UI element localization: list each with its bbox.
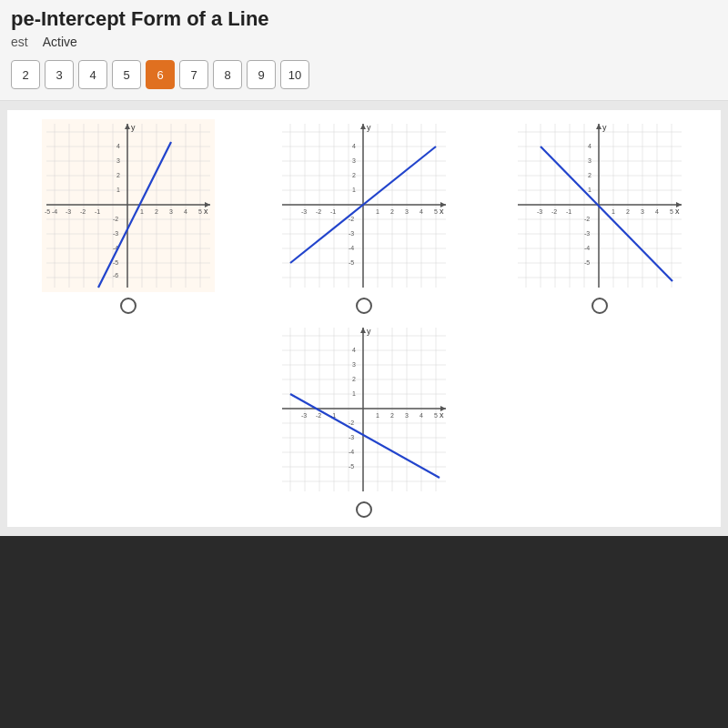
svg-text:2: 2 bbox=[626, 208, 630, 215]
graph-svg-3: y x -3 -2 -1 1 2 3 4 5 4 3 2 1 - bbox=[513, 119, 686, 292]
svg-text:-3: -3 bbox=[349, 434, 354, 440]
graph-wrapper-2: y x -3 -2 -1 1 2 3 4 5 4 3 2 1 - bbox=[278, 119, 450, 292]
nav-btn-8[interactable]: 8 bbox=[213, 60, 242, 89]
svg-rect-0 bbox=[42, 119, 215, 292]
graph-svg-4: y x -3 -2 -1 1 2 3 4 5 4 3 2 1 - bbox=[278, 323, 450, 496]
svg-text:-3: -3 bbox=[113, 230, 118, 237]
svg-rect-49 bbox=[278, 119, 450, 292]
svg-text:2: 2 bbox=[588, 172, 592, 178]
status-badge: Active bbox=[43, 35, 77, 49]
svg-text:-5: -5 bbox=[349, 259, 354, 266]
svg-text:-3: -3 bbox=[301, 412, 307, 419]
svg-text:1: 1 bbox=[588, 187, 592, 193]
svg-text:-5: -5 bbox=[113, 259, 118, 266]
nav-btn-5[interactable]: 5 bbox=[112, 60, 141, 89]
svg-text:-3: -3 bbox=[301, 208, 307, 215]
svg-text:-1: -1 bbox=[566, 208, 571, 215]
svg-text:3: 3 bbox=[588, 157, 592, 164]
svg-text:4: 4 bbox=[588, 143, 592, 149]
radio-btn-1[interactable] bbox=[120, 298, 136, 314]
svg-text:-3: -3 bbox=[349, 230, 354, 237]
svg-text:-3: -3 bbox=[584, 230, 590, 237]
svg-text:3: 3 bbox=[116, 157, 120, 164]
svg-text:1: 1 bbox=[352, 390, 356, 397]
svg-text:-2: -2 bbox=[349, 420, 354, 426]
svg-text:4: 4 bbox=[352, 143, 356, 149]
svg-text:2: 2 bbox=[390, 208, 394, 215]
svg-text:3: 3 bbox=[352, 157, 356, 164]
svg-text:-3: -3 bbox=[537, 208, 542, 215]
radio-btn-3[interactable] bbox=[592, 298, 608, 314]
graph-cell-3: y x -3 -2 -1 1 2 3 4 5 4 3 2 1 - bbox=[487, 119, 713, 314]
svg-text:2: 2 bbox=[116, 172, 120, 178]
radio-btn-2[interactable] bbox=[356, 298, 372, 314]
screen: pe-Intercept Form of a Line est Active 2… bbox=[0, 0, 728, 728]
radio-btn-4[interactable] bbox=[356, 501, 372, 518]
svg-text:y: y bbox=[367, 327, 371, 336]
svg-text:1: 1 bbox=[612, 208, 615, 215]
svg-text:x: x bbox=[440, 410, 444, 420]
svg-text:3: 3 bbox=[641, 208, 644, 215]
svg-text:3: 3 bbox=[405, 412, 409, 419]
svg-text:x: x bbox=[675, 207, 680, 216]
svg-text:-1: -1 bbox=[95, 208, 100, 215]
svg-text:5: 5 bbox=[434, 412, 438, 419]
svg-text:-2: -2 bbox=[113, 216, 118, 222]
nav-btn-7[interactable]: 7 bbox=[179, 60, 208, 89]
graph-svg-2: y x -3 -2 -1 1 2 3 4 5 4 3 2 1 - bbox=[278, 119, 450, 292]
top-bar: pe-Intercept Form of a Line est Active 2… bbox=[0, 0, 728, 101]
svg-text:2: 2 bbox=[390, 412, 394, 419]
svg-text:1: 1 bbox=[376, 208, 379, 215]
svg-text:y: y bbox=[602, 123, 607, 132]
svg-text:x: x bbox=[204, 207, 208, 216]
svg-text:-5: -5 bbox=[584, 259, 590, 266]
nav-btn-9[interactable]: 9 bbox=[247, 60, 276, 89]
nav-btn-2[interactable]: 2 bbox=[11, 60, 40, 89]
svg-text:4: 4 bbox=[184, 208, 187, 215]
svg-text:-4: -4 bbox=[584, 245, 590, 251]
svg-text:-2: -2 bbox=[80, 208, 86, 215]
svg-text:5: 5 bbox=[198, 208, 202, 215]
graph-wrapper-1: y x -3 -2 -1 1 2 3 4 5 -5 -4 4 bbox=[42, 119, 215, 292]
graph-wrapper-3: y x -3 -2 -1 1 2 3 4 5 4 3 2 1 - bbox=[513, 119, 686, 292]
svg-text:-1: -1 bbox=[330, 208, 336, 215]
svg-text:-2: -2 bbox=[316, 412, 321, 419]
svg-text:5: 5 bbox=[434, 208, 438, 215]
subtitle-left: est bbox=[11, 35, 28, 49]
svg-text:y: y bbox=[367, 123, 371, 132]
svg-text:2: 2 bbox=[155, 208, 158, 215]
svg-text:-6: -6 bbox=[113, 272, 118, 278]
svg-text:4: 4 bbox=[420, 412, 423, 419]
nav-btn-6[interactable]: 6 bbox=[146, 60, 175, 89]
page-title: pe-Intercept Form of a Line bbox=[11, 7, 717, 31]
svg-text:-4: -4 bbox=[349, 449, 354, 455]
svg-text:-5: -5 bbox=[45, 208, 50, 215]
content-outer: y x -3 -2 -1 1 2 3 4 5 -5 -4 4 bbox=[0, 101, 728, 536]
graph-wrapper-4: y x -3 -2 -1 1 2 3 4 5 4 3 2 1 - bbox=[278, 323, 450, 496]
svg-text:-4: -4 bbox=[52, 208, 57, 215]
svg-text:y: y bbox=[131, 123, 136, 132]
question-nav: 2345678910 bbox=[11, 55, 717, 96]
svg-text:-2: -2 bbox=[316, 208, 321, 215]
svg-text:-3: -3 bbox=[66, 208, 71, 215]
svg-text:2: 2 bbox=[352, 172, 356, 178]
svg-text:-5: -5 bbox=[349, 463, 354, 470]
graph-cell-4: y x -3 -2 -1 1 2 3 4 5 4 3 2 1 - bbox=[250, 323, 477, 518]
svg-text:x: x bbox=[440, 207, 444, 216]
svg-text:5: 5 bbox=[670, 208, 673, 215]
graph-svg-1: y x -3 -2 -1 1 2 3 4 5 -5 -4 4 bbox=[42, 119, 215, 292]
svg-text:1: 1 bbox=[376, 412, 379, 419]
nav-btn-3[interactable]: 3 bbox=[45, 60, 74, 89]
svg-text:1: 1 bbox=[140, 208, 144, 215]
content-area: y x -3 -2 -1 1 2 3 4 5 -5 -4 4 bbox=[7, 110, 721, 527]
svg-text:1: 1 bbox=[116, 187, 120, 193]
nav-btn-4[interactable]: 4 bbox=[78, 60, 107, 89]
subtitle-row: est Active bbox=[11, 35, 717, 49]
svg-text:4: 4 bbox=[352, 347, 356, 353]
svg-text:3: 3 bbox=[352, 361, 356, 368]
nav-btn-10[interactable]: 10 bbox=[280, 60, 309, 89]
svg-text:3: 3 bbox=[405, 208, 409, 215]
svg-text:-2: -2 bbox=[551, 208, 557, 215]
svg-text:3: 3 bbox=[169, 208, 173, 215]
graph-cell-1: y x -3 -2 -1 1 2 3 4 5 -5 -4 4 bbox=[15, 119, 241, 314]
